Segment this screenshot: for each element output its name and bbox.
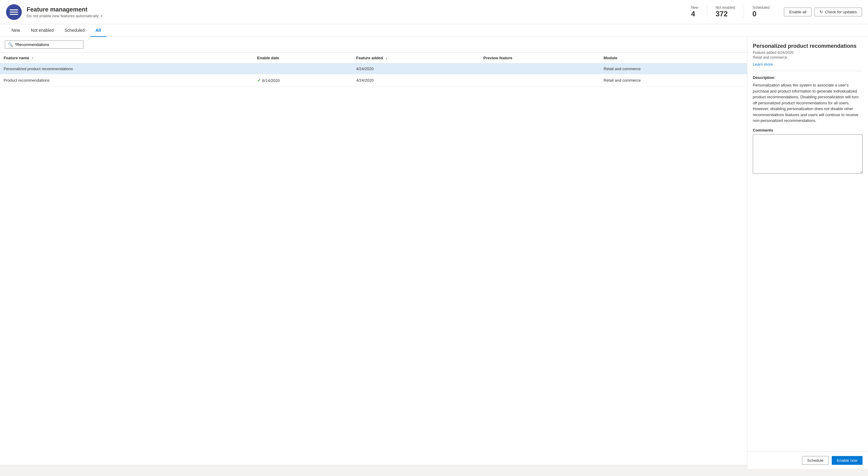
right-panel-footer: Schedule Enable now bbox=[747, 451, 868, 469]
detail-feature-added: Feature added 4/24/2020 bbox=[753, 51, 863, 55]
tabs-bar: New Not enabled Scheduled All bbox=[0, 24, 868, 37]
app-logo bbox=[6, 4, 22, 20]
header-title-block: Feature management Do not enable new fea… bbox=[27, 6, 683, 18]
feature-table: Feature name ↑ Enable date Feature added… bbox=[0, 53, 747, 87]
learn-more-link[interactable]: Learn more bbox=[753, 62, 773, 66]
description-text: Personalization allows the system to ass… bbox=[753, 82, 863, 124]
search-bar: 🔍 bbox=[0, 37, 747, 53]
check-updates-label: Check for updates bbox=[825, 10, 857, 14]
header-actions: Enable all ↻ Check for updates bbox=[784, 7, 862, 16]
tab-scheduled[interactable]: Scheduled bbox=[59, 24, 90, 37]
detail-module: Retail and commerce bbox=[753, 55, 863, 60]
description-heading: Description bbox=[753, 75, 863, 80]
stat-scheduled: Scheduled 0 bbox=[744, 5, 778, 19]
schedule-button[interactable]: Schedule bbox=[802, 456, 829, 465]
horizontal-scrollbar[interactable] bbox=[0, 465, 747, 469]
tab-all[interactable]: All bbox=[90, 24, 106, 37]
search-input[interactable] bbox=[15, 42, 80, 47]
comments-textarea[interactable] bbox=[753, 134, 863, 173]
page-title: Feature management bbox=[27, 6, 683, 13]
stat-scheduled-value: 0 bbox=[752, 10, 756, 19]
detail-title: Personalized product recommendations bbox=[753, 43, 863, 49]
check-updates-button[interactable]: ↻ Check for updates bbox=[814, 7, 862, 16]
cell-module: Retail and commerce bbox=[600, 74, 747, 87]
col-module[interactable]: Module bbox=[600, 53, 747, 64]
right-panel: Personalized product recommendations Fea… bbox=[747, 37, 868, 469]
right-panel-body: Personalized product recommendations Fea… bbox=[747, 37, 868, 451]
search-input-wrap: 🔍 bbox=[5, 40, 84, 49]
cell-preview-feature bbox=[480, 74, 600, 87]
svg-rect-0 bbox=[10, 9, 18, 10]
cell-preview-feature bbox=[480, 64, 600, 74]
left-panel: 🔍 Feature name ↑ Enable date bbox=[0, 37, 747, 469]
subtitle-text: Do not enable new features automatically bbox=[27, 13, 99, 18]
content-area: 🔍 Feature name ↑ Enable date bbox=[0, 37, 868, 469]
tab-not-enabled[interactable]: Not enabled bbox=[25, 24, 59, 37]
refresh-icon: ↻ bbox=[819, 10, 823, 14]
enabled-check-icon: ✓ bbox=[257, 78, 261, 83]
cell-feature-name: Product recommendations bbox=[0, 74, 253, 87]
feature-table-wrap: Feature name ↑ Enable date Feature added… bbox=[0, 53, 747, 465]
stat-new-value: 4 bbox=[691, 10, 695, 19]
cell-feature-added: 4/24/2020 bbox=[352, 64, 480, 74]
tab-new[interactable]: New bbox=[6, 24, 25, 37]
stat-scheduled-label: Scheduled bbox=[752, 5, 770, 10]
cell-feature-name: Personalized product recommendations bbox=[0, 64, 253, 74]
search-icon: 🔍 bbox=[8, 42, 13, 47]
col-preview-feature[interactable]: Preview feature bbox=[480, 53, 600, 64]
chevron-down-icon: ∨ bbox=[100, 14, 103, 18]
header: Feature management Do not enable new fea… bbox=[0, 0, 868, 24]
cell-module: Retail and commerce bbox=[600, 64, 747, 74]
col-enable-date[interactable]: Enable date bbox=[253, 53, 352, 64]
cell-enable-date: ✓8/14/2020 bbox=[253, 74, 352, 87]
enable-all-button[interactable]: Enable all bbox=[784, 7, 811, 16]
svg-rect-1 bbox=[10, 11, 18, 12]
stat-not-enabled-value: 372 bbox=[716, 10, 728, 19]
divider-1 bbox=[753, 71, 863, 71]
table-row[interactable]: Personalized product recommendations4/24… bbox=[0, 64, 747, 74]
sort-desc-icon: ↓ bbox=[385, 56, 388, 60]
stat-new-label: New bbox=[691, 5, 698, 10]
col-feature-name[interactable]: Feature name ↑ bbox=[0, 53, 253, 64]
comments-label: Comments bbox=[753, 128, 863, 132]
enable-now-button[interactable]: Enable now bbox=[832, 456, 863, 465]
svg-rect-2 bbox=[10, 14, 18, 15]
header-stats: New 4 Not enabled 372 Scheduled 0 bbox=[683, 5, 778, 19]
cell-enable-date bbox=[253, 64, 352, 74]
stat-new: New 4 bbox=[683, 5, 707, 19]
table-row[interactable]: Product recommendations✓8/14/20204/24/20… bbox=[0, 74, 747, 87]
col-feature-added[interactable]: Feature added ↓ bbox=[352, 53, 480, 64]
sort-asc-icon: ↑ bbox=[31, 56, 34, 60]
stat-not-enabled-label: Not enabled bbox=[716, 5, 735, 10]
cell-feature-added: 4/24/2020 bbox=[352, 74, 480, 87]
header-subtitle[interactable]: Do not enable new features automatically… bbox=[27, 13, 683, 18]
stat-not-enabled: Not enabled 372 bbox=[707, 5, 744, 19]
